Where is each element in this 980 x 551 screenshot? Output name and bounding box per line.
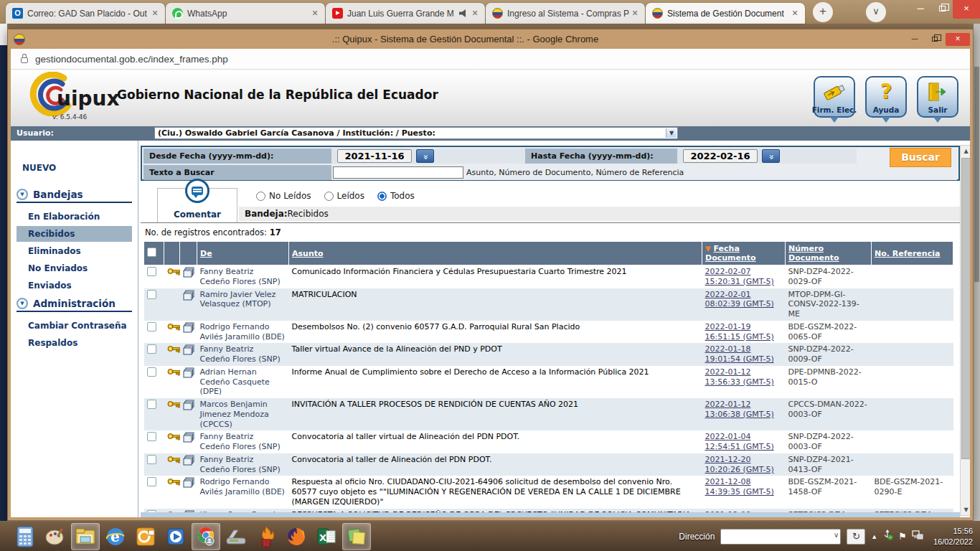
radio-button[interactable] [256,192,265,201]
fecha-link[interactable]: 2022-01-12 13:06:38 (GMT-5) [705,400,774,419]
taskbar-scanner-icon[interactable] [222,523,250,550]
radio-label[interactable]: Todos [390,191,415,201]
tab-close-icon[interactable]: × [149,8,161,19]
sidebar-item-eliminados[interactable]: Eliminados [17,243,132,259]
fecha-link[interactable]: 2022-02-07 15:20:31 (GMT-5) [705,267,774,286]
row-checkbox[interactable] [147,322,156,331]
referencia-header[interactable]: No. Referencia [872,242,953,265]
tab-audio-icon[interactable] [459,9,468,17]
background-window-scrollbar[interactable] [974,24,980,521]
radio-label[interactable]: Leídos [337,191,364,201]
usb-tray-icon[interactable] [882,529,893,543]
radio-button[interactable] [324,192,334,201]
table-row[interactable]: Fanny Beatriz Cedeño Flores (SNP) Comuni… [144,265,953,288]
salir-button[interactable]: Salir [917,76,958,118]
taskbar-paint-icon[interactable] [41,523,70,550]
documents-stack-icon[interactable] [183,455,195,469]
fecha-link[interactable]: 2021-12-20 10:20:26 (GMT-5) [705,455,774,474]
row-checkbox[interactable] [147,344,156,354]
popup-titlebar[interactable]: .:: Quipux - Sistema de Gestión Document… [8,29,973,49]
documents-stack-icon[interactable] [183,400,195,414]
tab-search-chevron-icon[interactable]: ∨ [866,2,886,22]
browser-tab[interactable]: Juan Luis Guerra Grande M × [326,3,485,24]
select-arrow-icon[interactable]: ▼ [666,128,677,138]
sidebar-item-en-elaboración[interactable]: En Elaboración [17,209,132,225]
texto-buscar-input[interactable] [333,166,463,179]
desde-calendar-button[interactable]: « [416,149,434,163]
show-hidden-icons[interactable]: ▲ [871,533,877,540]
popup-restore-button[interactable] [925,33,944,46]
table-row[interactable]: Adrian Hernan Cedeño Casquete (DPE) Info… [144,366,953,398]
sidebar-item-respaldos[interactable]: Respaldos [17,335,132,351]
fecha-link[interactable]: 2022-02-01 08:02:39 (GMT-5) [705,290,774,309]
row-checkbox[interactable] [147,267,156,276]
table-row[interactable]: Fanny Beatriz Cedeño Flores (SNP) Taller… [144,343,953,366]
row-checkbox[interactable] [147,367,156,377]
fecha-link[interactable]: 2021-12-08 14:39:35 (GMT-5) [705,477,774,496]
taskbar-sticky-notes-icon[interactable] [342,523,371,550]
popup-close-button[interactable]: × [946,33,970,46]
fecha-link[interactable]: 2022-01-19 16:51:15 (GMT-5) [705,322,774,342]
desde-fecha-input[interactable]: 2021-11-16 [337,149,412,163]
scroll-up-icon[interactable]: ▲ [961,146,970,156]
fecha-link[interactable]: 2022-01-04 12:54:51 (GMT-5) [705,432,774,451]
table-row[interactable]: Marcos Benjamin Jimenez Mendoza (CPCCS) … [144,398,953,430]
sidebar-item-nuevo[interactable]: NUEVO [22,161,138,184]
new-tab-button[interactable]: + [813,2,833,22]
direccion-input[interactable]: ∨ [720,529,841,545]
minimize-button[interactable]: ─ [910,0,931,19]
browser-tab[interactable]: WhatsApp × [166,3,325,24]
fecha-header[interactable]: ▼ Fecha Documento [702,242,786,265]
documents-stack-icon[interactable] [183,344,195,359]
table-row[interactable]: Rodrigo Fernando Avilés Jaramillo (BDE) … [144,476,953,508]
taskbar-calculator-icon[interactable] [11,523,39,550]
close-button[interactable]: × [953,0,980,19]
comentar-button[interactable]: Comentar [157,188,237,222]
row-checkbox[interactable] [147,400,156,409]
taskbar-excel-icon[interactable]: X [312,523,341,550]
taskbar-internet-explorer-icon[interactable]: e [101,523,130,550]
browser-tab[interactable]: Sistema de Gestión Document × [646,3,805,24]
section-chevron-icon[interactable]: ▼ [17,298,28,309]
radio-label[interactable]: No Leídos [269,191,311,201]
user-select[interactable]: (Ciu.) Oswaldo Gabriel García Casanova /… [154,127,678,139]
action-center-flag-icon[interactable]: ⚑ [898,531,907,542]
radio-button[interactable] [377,192,387,201]
taskbar-outlook-icon[interactable] [131,523,160,550]
direccion-dropdown-icon[interactable]: ∨ [834,531,839,539]
ayuda-button[interactable]: ? Ayuda [865,76,907,118]
sidebar-item-no-enviados[interactable]: No Enviados [17,260,132,276]
popup-minimize-button[interactable]: ─ [905,33,924,46]
row-checkbox[interactable] [147,432,156,441]
restore-button[interactable] [931,0,953,19]
tab-close-icon[interactable]: × [309,8,321,19]
row-checkbox[interactable] [147,455,156,464]
scrollbar-thumb[interactable] [961,158,970,459]
asunto-header[interactable]: Asunto [289,242,702,265]
documents-stack-icon[interactable] [183,477,195,491]
direccion-go-button[interactable]: ↻ [847,529,865,545]
select-all-header[interactable] [144,242,164,265]
select-all-checkbox[interactable] [147,248,156,257]
url-text[interactable]: gestiondocumental.gob.ec/index_frames.ph… [35,54,228,65]
hasta-fecha-input[interactable]: 2022-02-16 [683,149,758,163]
table-row[interactable]: Fanny Beatriz Cedeño Flores (SNP) Convoc… [144,430,953,453]
content-scrollbar[interactable]: ▲ ▼ [960,145,970,516]
buscar-button[interactable]: Buscar [890,148,951,167]
numero-header[interactable]: Número Documento [786,242,872,265]
fecha-link[interactable]: 2022-01-18 19:01:54 (GMT-5) [705,344,774,364]
tab-close-icon[interactable]: × [789,8,801,19]
tab-close-icon[interactable]: × [469,8,481,19]
tab-close-icon[interactable]: × [629,8,641,19]
table-row[interactable]: Rodrigo Fernando Avilés Jaramillo (BDE) … [144,321,953,344]
table-row[interactable]: Ramiro Javier Velez Velasquez (MTOP) MAT… [144,288,953,321]
scroll-down-icon[interactable]: ▼ [961,504,970,515]
fecha-link[interactable]: 2022-01-12 13:56:33 (GMT-5) [705,367,774,387]
documents-stack-icon[interactable] [183,432,195,446]
browser-tab[interactable]: Ingreso al Sistema - Compras P × [486,3,645,24]
firma-electronica-button[interactable]: Firm. Elec. [814,76,855,118]
de-header[interactable]: De [197,242,289,265]
row-checkbox[interactable] [147,477,156,486]
documents-stack-icon[interactable] [183,290,195,304]
row-checkbox[interactable] [147,290,156,299]
